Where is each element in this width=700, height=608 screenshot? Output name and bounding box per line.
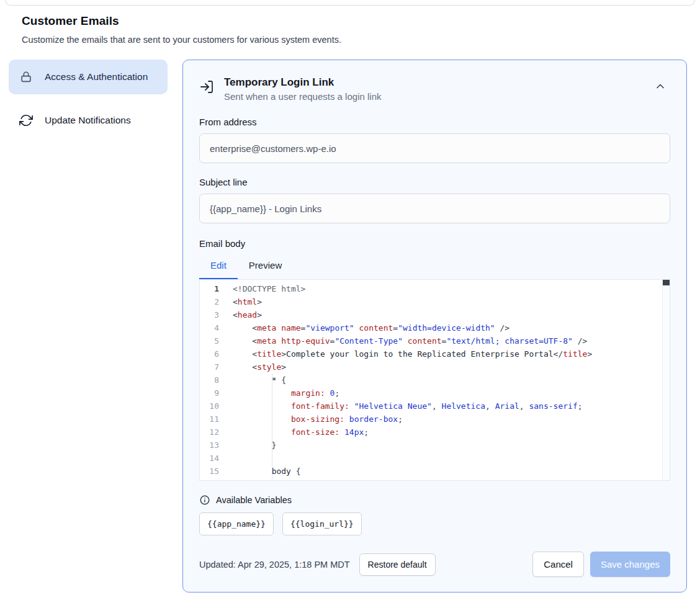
code-line: 6 <title>Complete your login to the Repl… xyxy=(200,347,670,360)
line-number: 13 xyxy=(200,439,227,452)
collapse-button[interactable] xyxy=(650,76,670,98)
code-line: 13 } xyxy=(200,439,670,452)
code-line: 9 margin: 0; xyxy=(200,387,670,400)
code-line: 8 * { xyxy=(200,373,670,387)
code-line: 15 body { xyxy=(200,465,670,478)
cancel-button[interactable]: Cancel xyxy=(532,552,584,577)
line-number: 14 xyxy=(200,452,227,465)
lock-icon xyxy=(19,69,34,84)
email-template-panel: Temporary Login Link Sent when a user re… xyxy=(182,60,687,592)
line-number: 12 xyxy=(200,426,227,439)
line-number: 2 xyxy=(200,295,227,308)
indent-guide xyxy=(272,373,272,480)
line-number: 15 xyxy=(200,465,227,478)
save-changes-button[interactable]: Save changes xyxy=(590,552,670,577)
sidebar-item-update-notifications[interactable]: Update Notifications xyxy=(9,103,168,138)
page-title: Customer Emails xyxy=(22,14,678,28)
sidebar-item-label: Access & Authentication xyxy=(45,69,148,84)
chevron-up-icon xyxy=(654,80,666,94)
code-line: 16 background-color: #f6f6f6; xyxy=(200,478,670,481)
subject-line-label: Subject line xyxy=(199,177,670,187)
variable-chips: {{app_name}}{{login_url}} xyxy=(199,512,670,535)
code-line: 3<head> xyxy=(200,308,670,321)
line-number: 6 xyxy=(200,347,227,360)
code-line: 5 <meta http-equiv="Content-Type" conten… xyxy=(200,334,670,347)
email-body-label: Email body xyxy=(199,238,670,249)
line-number: 16 xyxy=(200,478,227,481)
variable-chip-login-url[interactable]: {{login_url}} xyxy=(282,512,362,535)
panel-title: Temporary Login Link xyxy=(224,76,381,89)
tab-edit[interactable]: Edit xyxy=(199,253,238,279)
line-number: 4 xyxy=(200,321,227,334)
line-number: 10 xyxy=(200,400,227,413)
info-icon[interactable] xyxy=(199,494,210,506)
code-line: 2<html> xyxy=(200,295,670,308)
variable-chip-app-name[interactable]: {{app_name}} xyxy=(199,512,274,535)
line-number: 11 xyxy=(200,413,227,426)
subject-line-input[interactable] xyxy=(199,194,670,223)
line-number: 7 xyxy=(200,360,227,373)
editor-scrollbar-thumb[interactable] xyxy=(663,280,670,285)
code-line: 12 font-size: 14px; xyxy=(200,426,670,439)
sidebar-item-access-authentication[interactable]: Access & Authentication xyxy=(9,60,168,94)
line-number: 9 xyxy=(200,387,227,400)
updated-timestamp: Updated: Apr 29, 2025, 1:18 PM MDT xyxy=(199,560,350,570)
available-variables-label: Available Variables xyxy=(216,495,292,505)
top-card-edge xyxy=(5,0,695,6)
from-address-label: From address xyxy=(199,117,670,127)
page-subtitle: Customize the emails that are sent to yo… xyxy=(22,35,678,45)
editor-tabs: EditPreview xyxy=(199,253,670,279)
sidebar: Access & AuthenticationUpdate Notificati… xyxy=(9,60,168,138)
code-line: 7 <style> xyxy=(200,360,670,373)
panel-subtitle: Sent when a user requests a login link xyxy=(224,91,381,102)
sidebar-item-label: Update Notifications xyxy=(45,113,131,128)
from-address-input[interactable] xyxy=(199,133,670,163)
line-number: 8 xyxy=(200,373,227,387)
line-number: 5 xyxy=(200,334,227,347)
code-line: 11 box-sizing: border-box; xyxy=(200,413,670,426)
line-number: 3 xyxy=(200,308,227,321)
refresh-icon xyxy=(19,113,34,128)
line-number: 1 xyxy=(200,282,227,295)
tab-preview[interactable]: Preview xyxy=(238,253,293,279)
code-line: 4 <meta name="viewport" content="width=d… xyxy=(200,321,670,334)
code-line: 10 font-family: "Helvetica Neue", Helvet… xyxy=(200,400,670,413)
restore-default-button[interactable]: Restore default xyxy=(359,553,436,576)
editor-scrollbar[interactable] xyxy=(662,280,670,480)
email-body-editor[interactable]: 1<!DOCTYPE html>2<html>3<head>4 <meta na… xyxy=(199,279,670,481)
code-line: 1<!DOCTYPE html> xyxy=(200,282,670,295)
code-line: 14 xyxy=(200,452,670,465)
login-icon xyxy=(199,79,214,94)
